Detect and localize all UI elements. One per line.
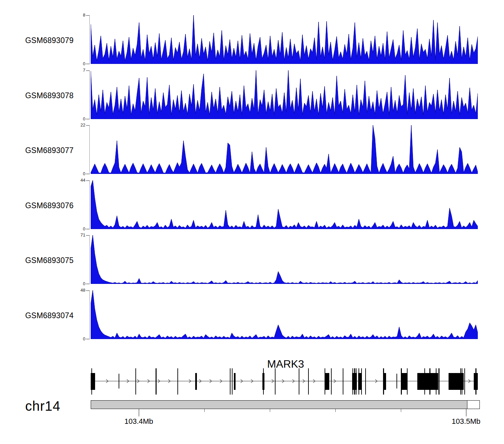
exon-tall	[299, 368, 299, 395]
axis-tick-label: 103.5Mb	[443, 417, 490, 426]
y-axis-line	[89, 290, 90, 339]
ideogram-region	[91, 401, 467, 409]
exon-box	[402, 373, 408, 390]
exon-tall	[263, 368, 264, 395]
y-axis-min-label: 0	[69, 117, 85, 121]
track-label: GSM6893079	[25, 36, 74, 45]
coverage-track-4: GSM6893076 44 0	[0, 180, 504, 229]
coverage-track-6: GSM6893074 48 0	[0, 290, 504, 339]
exon-tall	[359, 368, 359, 395]
exon-box	[195, 373, 197, 390]
coverage-track-5: GSM6893075 71 0	[0, 235, 504, 284]
y-axis-max-label: 44	[69, 178, 85, 183]
coverage-area-plot	[91, 125, 478, 174]
coverage-area	[91, 125, 478, 174]
exon-box	[234, 373, 236, 390]
exon-tall	[365, 368, 366, 395]
exon-tall	[343, 368, 343, 395]
coverage-area-plot	[91, 290, 478, 339]
y-axis-min-label: 0	[69, 227, 85, 231]
exon-med	[396, 374, 397, 388]
coverage-area-plot	[91, 15, 478, 64]
y-axis-line	[89, 15, 90, 64]
exon-box	[384, 373, 386, 390]
exon-tall	[460, 368, 461, 395]
track-label: GSM6893075	[25, 256, 74, 265]
y-axis-min-label: 0	[69, 282, 85, 286]
y-axis-line	[89, 125, 90, 174]
y-axis-min-label: 0	[69, 337, 85, 341]
exon-tall	[383, 368, 384, 395]
coverage-area-plot	[91, 70, 478, 119]
exon-tall	[407, 368, 408, 395]
coverage-track-1: GSM6893079 8 0	[0, 15, 504, 64]
coverage-area	[91, 290, 478, 339]
exon-tall	[232, 368, 233, 395]
y-axis-min-label: 0	[69, 62, 85, 66]
coverage-area	[91, 15, 478, 64]
track-label: GSM6893077	[25, 146, 74, 155]
coverage-area-plot	[91, 235, 478, 284]
track-label: GSM6893076	[25, 201, 74, 210]
y-axis-line	[89, 235, 90, 284]
axis-tick-label: 103.4Mb	[115, 417, 162, 426]
exon-tall	[361, 368, 362, 395]
exon-tall	[156, 368, 157, 395]
exon-med	[119, 374, 119, 388]
exon-box	[325, 373, 329, 390]
y-axis-max-label: 48	[69, 288, 85, 293]
exon-tall	[462, 368, 462, 395]
exon-tall	[436, 368, 436, 395]
exon-box	[91, 373, 95, 390]
coverage-track-2: GSM6893078 7 0	[0, 70, 504, 119]
gene-model-track	[91, 365, 478, 397]
exon-tall	[91, 368, 92, 395]
exon-tall	[308, 368, 309, 395]
y-axis-max-label: 22	[69, 123, 85, 127]
y-axis-line	[89, 180, 90, 229]
y-axis-max-label: 7	[69, 68, 85, 73]
exon-tall	[475, 368, 476, 395]
exon-tall	[424, 368, 425, 395]
coverage-area	[91, 70, 478, 119]
exon-tall	[429, 368, 430, 395]
exon-tall	[325, 368, 325, 395]
chromosome-ideogram	[91, 400, 480, 409]
exon-tall	[177, 368, 178, 395]
y-axis-line	[89, 70, 90, 119]
exon-tall	[352, 368, 353, 395]
exon-tall	[275, 368, 276, 395]
coverage-area	[91, 235, 478, 284]
chromosome-label: chr14	[25, 399, 60, 414]
track-label: GSM6893078	[25, 91, 74, 100]
genome-browser-figure: GSM6893079 8 0 GSM6893078 7 0 GSM6893077…	[0, 0, 504, 444]
y-axis-max-label: 8	[69, 13, 85, 17]
coverage-area	[91, 180, 478, 229]
exon-box	[449, 373, 464, 390]
exon-tall	[356, 368, 356, 395]
exon-tall	[438, 368, 439, 395]
exon-tall	[230, 368, 230, 395]
coverage-area-plot	[91, 180, 478, 229]
exon-tall	[354, 368, 355, 395]
exon-tall	[464, 368, 465, 395]
exon-tall	[135, 368, 136, 395]
exon-box	[417, 373, 438, 390]
coverage-track-3: GSM6893077 22 0	[0, 125, 504, 174]
y-axis-min-label: 0	[69, 172, 85, 176]
exon-tall	[331, 368, 332, 395]
y-axis-max-label: 71	[69, 233, 85, 237]
track-label: GSM6893074	[25, 311, 74, 320]
